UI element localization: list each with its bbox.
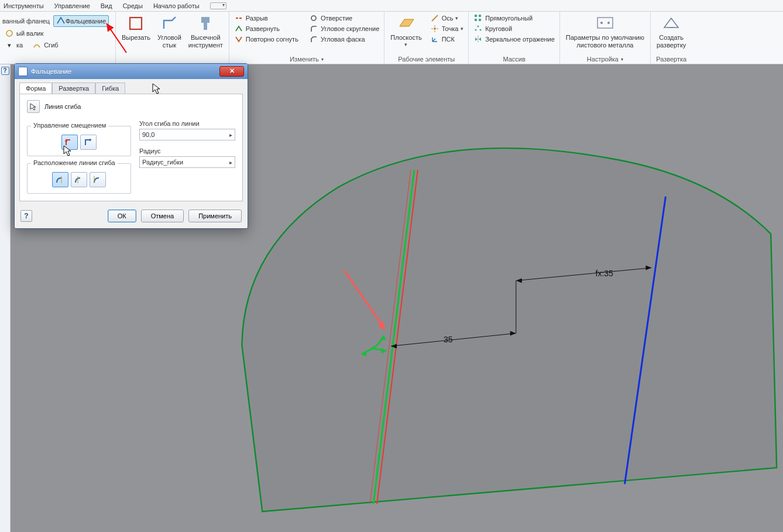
pattern-circ-label: Круговой bbox=[485, 25, 512, 32]
offset-side-b-button[interactable] bbox=[80, 135, 97, 150]
corner-seam-icon bbox=[160, 14, 178, 33]
menu-view[interactable]: Вид bbox=[101, 2, 112, 9]
svg-rect-9 bbox=[475, 19, 477, 21]
bend-radius-input[interactable]: Радиус_гибки ▸ bbox=[139, 156, 235, 168]
bend-angle-input[interactable]: 90,0 ▸ bbox=[139, 129, 235, 140]
menu-getstarted[interactable]: Начало работы bbox=[153, 2, 200, 9]
close-button[interactable]: ✕ bbox=[219, 66, 244, 77]
corner-seam-button[interactable]: Угловой стык bbox=[154, 13, 185, 50]
ribbon-ka-label: ка bbox=[16, 42, 23, 49]
bend-pos-3-button[interactable] bbox=[90, 172, 106, 187]
sheet-defaults-button[interactable]: Параметры по умолчанию листового металла bbox=[562, 13, 648, 50]
dialog-titlebar[interactable]: Фальцевание ✕ bbox=[15, 64, 248, 79]
fold-dialog: Фальцевание ✕ Форма Развертка Гибка Лини… bbox=[14, 63, 248, 229]
offset-group: Управление смещением bbox=[27, 126, 131, 156]
menu-tools[interactable]: Инструменты bbox=[4, 2, 44, 9]
point-icon bbox=[430, 24, 439, 33]
mirror-button[interactable]: Зеркальное отражение bbox=[471, 34, 557, 44]
bend-pos-2-button[interactable] bbox=[71, 172, 87, 187]
ucs-button[interactable]: ПСК bbox=[428, 34, 466, 44]
apply-button[interactable]: Применить bbox=[188, 210, 242, 222]
svg-point-13 bbox=[480, 29, 482, 31]
setup-group-title: Настройка bbox=[587, 56, 619, 63]
bend-pos-1-button[interactable] bbox=[52, 172, 68, 187]
menu-env[interactable]: Среды bbox=[123, 2, 143, 9]
array-group-title: Массив bbox=[503, 56, 525, 63]
tab-shape[interactable]: Форма bbox=[19, 83, 52, 94]
corner-chamfer-button[interactable]: Угловая фаска bbox=[307, 34, 382, 44]
bend-icon bbox=[32, 40, 42, 50]
corner-chamfer-icon bbox=[309, 35, 318, 44]
sheet-defaults-icon bbox=[596, 14, 614, 33]
ribbon-valik-label: ый валик bbox=[16, 30, 43, 37]
svg-point-11 bbox=[478, 26, 479, 28]
pattern-rect-label: Прямоугольный bbox=[485, 15, 533, 22]
bend-angle-value: 90,0 bbox=[142, 131, 154, 138]
mirror-icon bbox=[473, 35, 483, 44]
corner-round-button[interactable]: Угловое скругление bbox=[307, 23, 382, 34]
ribbon: ванный фланец Фальцевание ый валик ▾ ка bbox=[0, 12, 783, 64]
hole-icon bbox=[309, 13, 318, 23]
hole-label: Отверстие bbox=[321, 15, 352, 22]
refold-icon bbox=[234, 35, 243, 44]
cut-icon bbox=[126, 14, 145, 33]
svg-point-12 bbox=[475, 29, 477, 31]
left-bar: ? bbox=[0, 64, 11, 532]
punch-tool-button[interactable]: Высечной инструмент bbox=[185, 13, 226, 50]
cut-button[interactable]: Вырезать bbox=[118, 13, 154, 43]
fold-icon bbox=[56, 16, 66, 26]
tab-bend[interactable]: Гибка bbox=[95, 83, 125, 94]
sheet-defaults-label: Параметры по умолчанию листового металла bbox=[566, 34, 644, 49]
refold-label: Повторно согнуть bbox=[246, 36, 298, 43]
ribbon-flange-label[interactable]: ванный фланец bbox=[2, 18, 50, 25]
pattern-circ-icon bbox=[473, 24, 483, 33]
pattern-circ-button[interactable]: Круговой bbox=[471, 23, 557, 34]
fold-button[interactable]: Фальцевание bbox=[53, 15, 109, 27]
cancel-button[interactable]: Отмена bbox=[141, 210, 184, 222]
menu-bar: Инструменты Управление Вид Среды Начало … bbox=[0, 0, 783, 12]
ribbon-sgib[interactable]: Сгиб bbox=[30, 40, 60, 50]
plane-button[interactable]: Плоскость ▾ bbox=[387, 13, 425, 49]
refold-button[interactable]: Повторно согнуть bbox=[232, 34, 301, 44]
corner-round-icon bbox=[309, 24, 318, 33]
svg-rect-8 bbox=[479, 15, 481, 17]
menu-overflow-icon[interactable] bbox=[210, 2, 226, 9]
corner-round-label: Угловое скругление bbox=[321, 25, 379, 32]
pattern-rect-icon bbox=[473, 13, 483, 23]
dialog-app-icon bbox=[18, 67, 28, 76]
svg-rect-7 bbox=[475, 15, 477, 17]
edit-group-title: Изменить bbox=[290, 56, 319, 63]
offset-side-a-button[interactable] bbox=[61, 135, 78, 150]
chevron-down-icon[interactable]: ▾ bbox=[321, 57, 324, 62]
dialog-help-button[interactable]: ? bbox=[20, 210, 32, 222]
dialog-body: Линия сгиба Управление смещением Располо… bbox=[19, 94, 243, 201]
bend-radius-label: Радиус bbox=[139, 147, 235, 155]
cut-button-label: Вырезать bbox=[122, 34, 150, 42]
dropdown-icon: ▸ bbox=[229, 159, 232, 166]
ok-button[interactable]: ОК bbox=[108, 210, 136, 222]
hole-button[interactable]: Отверстие bbox=[307, 13, 382, 23]
unfold-button[interactable]: Развернуть bbox=[232, 23, 301, 34]
pattern-rect-button[interactable]: Прямоугольный bbox=[471, 13, 557, 23]
svg-point-16 bbox=[607, 22, 610, 24]
chevron-down-icon[interactable]: ▾ bbox=[621, 57, 623, 62]
axis-button[interactable]: Ось▾ bbox=[428, 13, 466, 23]
ribbon-ka[interactable]: ▾ ка bbox=[2, 40, 25, 50]
svg-rect-10 bbox=[479, 19, 481, 21]
svg-point-4 bbox=[311, 16, 316, 20]
dimension-lower-value: 35 bbox=[444, 335, 453, 344]
menu-manage[interactable]: Управление bbox=[54, 2, 90, 9]
make-flat-button[interactable]: Создать развертку bbox=[653, 13, 689, 50]
point-button[interactable]: Точка▾ bbox=[428, 23, 466, 34]
punch-tool-icon bbox=[196, 14, 215, 33]
flat-group-title: Развертка bbox=[656, 56, 686, 63]
offset-group-label: Управление смещением bbox=[31, 122, 108, 129]
flat-pattern-icon bbox=[662, 14, 681, 33]
select-bend-line-button[interactable] bbox=[27, 100, 40, 113]
svg-point-6 bbox=[434, 28, 436, 30]
ribbon-valik[interactable]: ый валик bbox=[2, 28, 46, 39]
tab-flat[interactable]: Развертка bbox=[52, 83, 95, 94]
axis-icon bbox=[430, 13, 439, 23]
help-icon[interactable]: ? bbox=[1, 67, 9, 75]
rip-button[interactable]: Разрыв bbox=[232, 13, 301, 23]
